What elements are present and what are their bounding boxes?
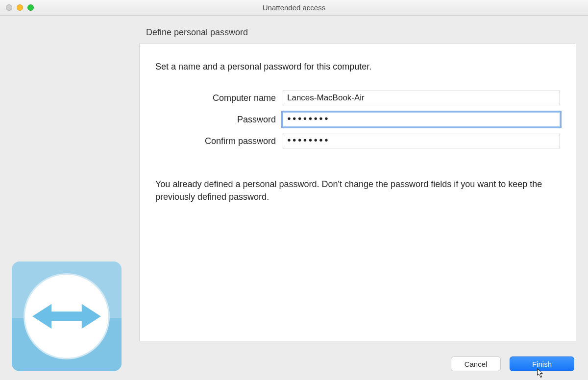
button-row: Cancel Finish <box>451 356 574 371</box>
double-arrow-icon <box>32 302 101 331</box>
titlebar: Unattended access <box>0 0 588 16</box>
main-panel: Set a name and a personal password for t… <box>139 44 576 341</box>
finish-button[interactable]: Finish <box>510 356 574 371</box>
cancel-button[interactable]: Cancel <box>451 356 501 371</box>
label-computer-name: Computer name <box>155 93 283 103</box>
password-note: You already defined a personal password.… <box>155 178 560 203</box>
computer-name-input[interactable] <box>283 91 560 105</box>
section-heading: Define personal password <box>0 16 588 44</box>
svg-marker-0 <box>32 304 101 329</box>
close-window-button[interactable] <box>6 4 12 11</box>
zoom-window-button[interactable] <box>27 4 34 11</box>
intro-text: Set a name and a personal password for t… <box>155 62 560 72</box>
row-password: Password ●●●●●●●● <box>155 112 560 127</box>
confirm-password-input[interactable]: ●●●●●●●● <box>283 134 560 148</box>
row-computer-name: Computer name <box>155 91 560 105</box>
app-icon <box>12 261 122 371</box>
label-confirm-password: Confirm password <box>155 136 283 146</box>
row-confirm-password: Confirm password ●●●●●●●● <box>155 134 560 148</box>
window-title: Unattended access <box>0 3 588 12</box>
traffic-lights <box>6 4 34 11</box>
minimize-window-button[interactable] <box>17 4 23 11</box>
password-input[interactable]: ●●●●●●●● <box>283 112 560 127</box>
label-password: Password <box>155 115 283 125</box>
